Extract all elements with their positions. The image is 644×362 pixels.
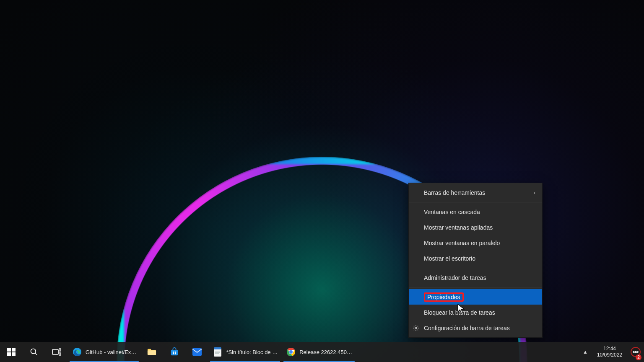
context-menu-item-stacked[interactable]: Mostrar ventanas apiladas	[409, 220, 542, 235]
store-icon	[169, 347, 179, 357]
clock-date: 10/09/2022	[597, 352, 622, 358]
windows-logo-icon	[6, 347, 16, 357]
context-menu-item-properties[interactable]: Propiedades	[409, 289, 542, 305]
context-menu-item-label: Configuración de barra de tareas	[424, 325, 510, 331]
svg-rect-19	[214, 347, 221, 349]
svg-rect-3	[7, 352, 11, 356]
task-view-button[interactable]	[45, 342, 68, 362]
svg-rect-7	[52, 349, 58, 354]
context-menu-item-label: Administrador de tareas	[424, 274, 486, 281]
svg-rect-1	[7, 348, 11, 352]
start-button[interactable]	[0, 342, 23, 362]
svg-point-25	[289, 350, 293, 354]
context-menu-item-taskmgr[interactable]: Administrador de tareas	[409, 270, 542, 285]
explorer-icon	[147, 347, 157, 357]
task-view-icon	[52, 347, 62, 357]
notepad-icon	[213, 347, 223, 357]
taskbar-app-edge[interactable]: GitHub - valinet/Ex…	[68, 342, 140, 362]
clock-time: 12:44	[603, 346, 616, 352]
context-menu-separator	[409, 287, 542, 287]
context-menu-item-sidebyside[interactable]: Mostrar ventanas en paralelo	[409, 235, 542, 251]
taskbar-context-menu: Barras de herramientas›Ventanas en casca…	[408, 183, 543, 338]
taskbar-clock[interactable]: 12:44 10/09/2022	[592, 342, 627, 362]
context-menu-separator	[409, 268, 542, 268]
taskbar-app-mail[interactable]	[186, 342, 208, 362]
svg-point-0	[415, 327, 417, 328]
context-menu-item-cascade[interactable]: Ventanas en cascada	[409, 204, 542, 220]
svg-rect-4	[12, 352, 16, 356]
gear-icon	[412, 324, 420, 332]
chevron-up-icon: ▲	[580, 347, 590, 357]
svg-point-28	[634, 352, 635, 353]
context-menu-item-toolbars[interactable]: Barras de herramientas›	[409, 185, 542, 200]
context-menu-item-label: Propiedades	[424, 292, 464, 302]
taskbar-app-explorer[interactable]	[140, 342, 163, 362]
edge-icon	[72, 347, 82, 357]
svg-point-29	[636, 352, 638, 353]
svg-rect-16	[175, 353, 176, 354]
context-menu-item-lockbar[interactable]: Bloquear la barra de tareas	[409, 305, 542, 320]
context-menu-item-showdesk[interactable]: Mostrar el escritorio	[409, 251, 542, 266]
taskbar-app-label: Release 22622.450…	[299, 349, 352, 355]
svg-rect-15	[173, 353, 174, 354]
svg-line-6	[35, 353, 37, 355]
svg-point-5	[31, 349, 36, 354]
notification-center-button[interactable]: 2	[627, 342, 644, 362]
context-menu-item-settings[interactable]: Configuración de barra de tareas	[409, 320, 542, 336]
mail-icon	[192, 347, 202, 357]
taskbar-app-chrome[interactable]: Release 22622.450…	[282, 342, 356, 362]
chrome-icon	[286, 347, 296, 357]
search-button[interactable]	[23, 342, 45, 362]
svg-rect-13	[173, 352, 174, 353]
taskbar-app-label: *Sin título: Bloc de …	[226, 349, 278, 355]
context-menu-item-label: Barras de herramientas	[424, 189, 485, 196]
svg-rect-27	[633, 351, 639, 353]
context-menu-item-label: Mostrar ventanas apiladas	[424, 224, 493, 231]
taskbar-app-store[interactable]	[163, 342, 186, 362]
svg-rect-9	[59, 353, 61, 355]
context-menu-item-label: Ventanas en cascada	[424, 209, 480, 215]
chevron-right-icon: ›	[534, 190, 535, 196]
desktop-wallpaper[interactable]	[0, 0, 644, 362]
svg-rect-8	[59, 349, 61, 351]
svg-rect-11	[148, 350, 156, 355]
context-menu-item-label: Mostrar ventanas en paralelo	[424, 240, 500, 246]
context-menu-separator	[409, 202, 542, 202]
search-icon	[29, 347, 39, 357]
taskbar-app-notepad[interactable]: *Sin título: Bloc de …	[208, 342, 282, 362]
taskbar: GitHub - valinet/Ex…*Sin título: Bloc de…	[0, 342, 644, 362]
svg-rect-12	[171, 350, 178, 355]
context-menu-item-label: Bloquear la barra de tareas	[424, 309, 495, 316]
svg-rect-14	[175, 352, 176, 353]
svg-rect-2	[12, 348, 16, 352]
notification-badge: 2	[636, 354, 641, 360]
taskbar-app-label: GitHub - valinet/Ex…	[86, 349, 136, 355]
tray-overflow-button[interactable]: ▲	[579, 342, 592, 362]
context-menu-item-label: Mostrar el escritorio	[424, 255, 475, 262]
